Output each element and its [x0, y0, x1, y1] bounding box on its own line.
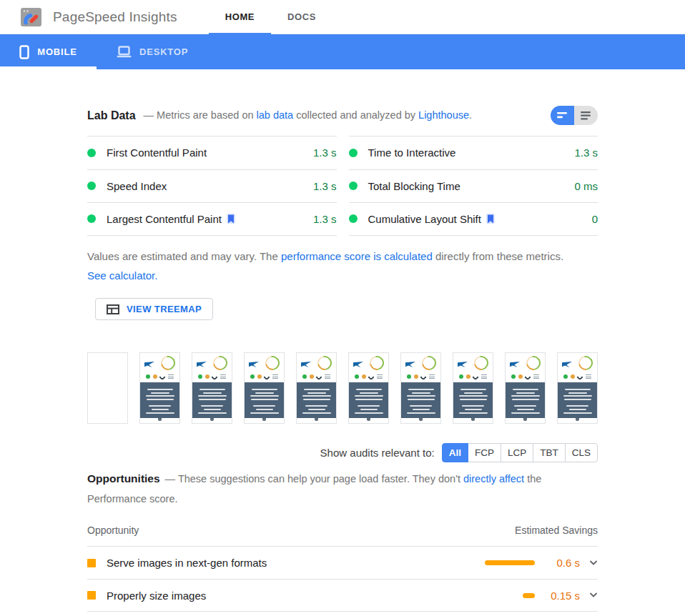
metrics-column-right: Time to Interactive 1.3 s Total Blocking…	[349, 136, 598, 236]
whatsapp-icon	[355, 374, 359, 379]
opportunities-table: Opportunity Estimated Savings Serve imag…	[87, 525, 598, 612]
savings-bar	[523, 593, 535, 598]
chevron-down-icon[interactable]	[589, 592, 598, 598]
main-content: Lab Data — Metrics are based on lab data…	[0, 106, 685, 612]
filmstrip-frame-screenshot	[400, 352, 441, 424]
chat-icon	[205, 374, 210, 379]
condensed-view-button[interactable]	[551, 106, 574, 125]
app-tabs: HOME DOCS	[209, 0, 332, 34]
directly-affect-link[interactable]: directly affect	[463, 473, 524, 485]
chat-icon	[414, 374, 418, 379]
audit-filter-chips: All FCP LCP TBT CLS	[442, 443, 598, 462]
site-logo-swirl	[315, 353, 335, 373]
site-logo-mark	[510, 362, 520, 367]
filmstrip-frame-screenshot	[557, 352, 598, 424]
opportunities-header: Opportunities— These suggestions can hel…	[87, 469, 581, 508]
warning-square-icon	[87, 591, 96, 600]
opportunities-title: Opportunities	[87, 472, 160, 485]
filmstrip-frame-screenshot	[296, 352, 337, 424]
site-logo-mark	[249, 362, 259, 367]
phone-icon	[211, 372, 219, 380]
whatsapp-icon	[198, 374, 202, 379]
tab-desktop[interactable]: DESKTOP	[97, 34, 210, 69]
performance-score-link[interactable]: performance score is calculated	[281, 250, 433, 262]
menu-icon	[481, 374, 487, 379]
phone-icon	[159, 372, 167, 380]
desktop-laptop-icon	[117, 46, 132, 58]
site-logo-swirl	[471, 353, 491, 373]
pagespeed-gauge-icon	[20, 6, 42, 27]
chip-tbt[interactable]: TBT	[533, 443, 566, 462]
phone-icon	[524, 372, 532, 380]
app-header: PageSpeed Insights HOME DOCS	[0, 0, 685, 34]
lighthouse-link[interactable]: Lighthouse	[418, 109, 469, 121]
metric-speed-index: Speed Index 1.3 s	[87, 169, 337, 203]
phone-icon	[368, 372, 375, 380]
pass-dot-icon	[349, 149, 358, 157]
whatsapp-icon	[302, 374, 307, 379]
column-header-opportunity: Opportunity	[87, 525, 139, 536]
filmstrip-frame-screenshot	[348, 352, 389, 424]
site-logo-swirl	[210, 353, 230, 373]
see-calculator-link[interactable]: See calculator.	[87, 269, 157, 282]
opportunity-row-next-gen-formats[interactable]: Serve images in next-gen formats 0.6 s	[87, 546, 598, 579]
metric-time-to-interactive: Time to Interactive 1.3 s	[349, 136, 598, 169]
pass-dot-icon	[87, 214, 96, 223]
metric-first-contentful-paint: First Contentful Paint 1.3 s	[87, 136, 337, 169]
site-logo-swirl	[367, 353, 387, 373]
chip-fcp[interactable]: FCP	[468, 443, 501, 462]
filmstrip-frame-blank	[87, 352, 128, 424]
whatsapp-icon	[459, 374, 463, 379]
lab-metrics: First Contentful Paint 1.3 s Speed Index…	[87, 136, 598, 236]
brand[interactable]: PageSpeed Insights	[20, 6, 177, 27]
bookmark-icon	[486, 214, 495, 224]
filmstrip-frame-screenshot	[244, 352, 285, 424]
site-logo-swirl	[576, 353, 596, 373]
menu-icon	[168, 374, 174, 379]
site-logo-swirl	[262, 353, 282, 373]
pass-dot-icon	[87, 149, 96, 157]
treemap-icon	[107, 304, 119, 314]
lab-data-link[interactable]: lab data	[257, 109, 294, 121]
chip-all[interactable]: All	[442, 443, 468, 462]
chat-icon	[153, 374, 157, 379]
site-logo-mark	[301, 362, 311, 367]
app-title: PageSpeed Insights	[53, 9, 177, 25]
whatsapp-icon	[250, 374, 255, 379]
pass-dot-icon	[349, 214, 358, 223]
expanded-view-button[interactable]	[574, 106, 598, 125]
savings-bar	[485, 560, 535, 565]
site-logo-swirl	[419, 353, 439, 373]
tab-docs[interactable]: DOCS	[271, 0, 332, 34]
menu-icon	[586, 374, 591, 379]
whatsapp-icon	[511, 374, 516, 379]
whatsapp-icon	[563, 374, 568, 379]
filmstrip-frame-screenshot	[505, 352, 546, 424]
view-treemap-button[interactable]: VIEW TREEMAP	[95, 298, 213, 320]
chevron-down-icon[interactable]	[589, 560, 598, 566]
menu-icon	[377, 374, 383, 379]
menu-icon	[533, 374, 539, 379]
chip-lcp[interactable]: LCP	[501, 443, 533, 462]
site-logo-mark	[197, 362, 207, 367]
column-header-estimated-savings: Estimated Savings	[515, 525, 598, 536]
metrics-column-left: First Contentful Paint 1.3 s Speed Index…	[87, 136, 337, 236]
site-logo-mark	[562, 362, 572, 367]
tab-mobile[interactable]: MOBILE	[0, 34, 97, 69]
menu-icon	[325, 374, 330, 379]
chat-icon	[257, 374, 262, 379]
filmstrip-frame-screenshot	[139, 352, 180, 424]
whatsapp-icon	[146, 374, 150, 379]
chip-cls[interactable]: CLS	[565, 443, 598, 462]
metrics-view-toggle	[551, 106, 598, 125]
tab-home[interactable]: HOME	[209, 0, 271, 34]
menu-icon	[220, 374, 226, 379]
site-logo-mark	[405, 362, 415, 367]
opportunity-row-properly-size-images[interactable]: Properly size images 0.15 s	[87, 579, 598, 612]
metric-total-blocking-time: Total Blocking Time 0 ms	[349, 169, 598, 203]
condensed-view-icon	[557, 111, 568, 119]
pass-dot-icon	[87, 182, 96, 190]
lab-data-description: — Metrics are based on lab data collecte…	[144, 108, 551, 124]
chat-icon	[518, 374, 523, 379]
expanded-view-icon	[581, 111, 591, 120]
